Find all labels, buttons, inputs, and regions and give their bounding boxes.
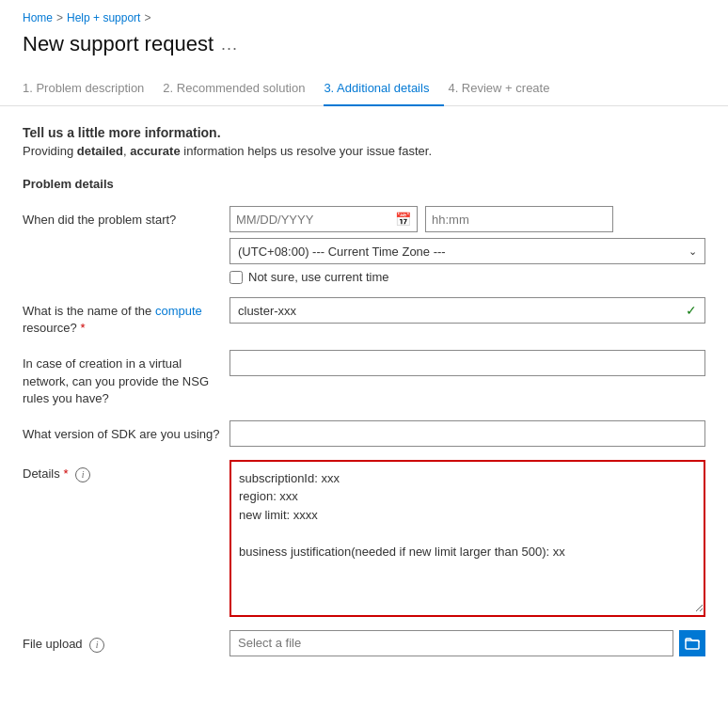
breadcrumb: Home > Help + support > [0,0,728,28]
not-sure-label: Not sure, use current time [248,270,389,284]
calendar-icon[interactable]: 📅 [395,212,411,227]
time-input[interactable] [425,206,613,232]
intro-heading: Tell us a little more information. [23,125,705,140]
details-textarea[interactable] [231,462,704,612]
when-label: When did the problem start? [23,206,229,229]
compute-control-area: cluster-xxx ✓ [229,297,705,324]
form-row-nsg: In case of creation in a virtual network… [23,350,705,407]
not-sure-checkbox[interactable] [229,271,243,284]
sdk-input[interactable] [229,420,705,447]
section-intro: Tell us a little more information. Provi… [23,125,705,158]
form-row-compute: What is the name of the compute resource… [23,297,705,337]
svg-rect-0 [686,640,699,649]
breadcrumb-sep2: > [144,11,150,24]
form-row-sdk: What version of SDK are you using? [23,420,705,447]
file-upload-info-icon[interactable]: i [89,638,104,653]
date-input[interactable] [236,213,395,227]
folder-icon [685,637,700,650]
details-textarea-container [229,460,705,617]
details-label: Details * i [23,460,229,482]
breadcrumb-helpsupport[interactable]: Help + support [67,11,140,24]
file-upload-label: File upload i [23,630,229,653]
file-upload-row [229,630,705,656]
timezone-value: (UTC+08:00) --- Current Time Zone --- [238,245,446,259]
sdk-label: What version of SDK are you using? [23,420,229,443]
sdk-control-area [229,420,705,447]
nsg-control-area [229,350,705,376]
nsg-label: In case of creation in a virtual network… [23,350,229,407]
file-upload-button[interactable] [679,630,705,656]
tab-additional[interactable]: 3. Additional details [324,71,444,106]
compute-dropdown[interactable]: cluster-xxx ✓ [229,297,705,324]
details-control-area [229,460,705,617]
form-row-file-upload: File upload i [23,630,705,656]
breadcrumb-home[interactable]: Home [23,11,53,24]
compute-link[interactable]: compute [155,304,202,318]
content-area: Tell us a little more information. Provi… [0,106,728,688]
ellipsis-button[interactable]: ... [221,35,238,55]
intro-body: Providing detailed, accurate information… [23,144,705,158]
compute-label: What is the name of the compute resource… [23,297,229,337]
nsg-input[interactable] [229,350,705,376]
tab-recommended[interactable]: 2. Recommended solution [163,71,320,106]
check-icon: ✓ [686,303,697,318]
compute-value: cluster-xxx [238,304,296,318]
file-input[interactable] [229,630,673,656]
tab-review[interactable]: 4. Review + create [448,71,564,106]
page-title: New support request [23,32,214,56]
when-control-area: 📅 (UTC+08:00) --- Current Time Zone --- … [229,206,705,284]
chevron-down-icon: ⌄ [688,245,697,258]
date-input-wrapper[interactable]: 📅 [229,206,418,232]
form-row-details: Details * i [23,460,705,617]
not-sure-row: Not sure, use current time [229,270,705,284]
breadcrumb-sep1: > [56,11,63,24]
page-title-area: New support request ... [0,28,728,71]
timezone-select[interactable]: (UTC+08:00) --- Current Time Zone --- ⌄ [229,238,705,264]
details-info-icon[interactable]: i [75,467,90,482]
problem-details-title: Problem details [23,177,705,191]
wizard-tabs: 1. Problem description 2. Recommended so… [0,71,728,106]
file-upload-control-area [229,630,705,656]
tab-problem[interactable]: 1. Problem description [23,71,159,106]
form-row-when: When did the problem start? 📅 (UTC+08:00… [23,206,705,284]
